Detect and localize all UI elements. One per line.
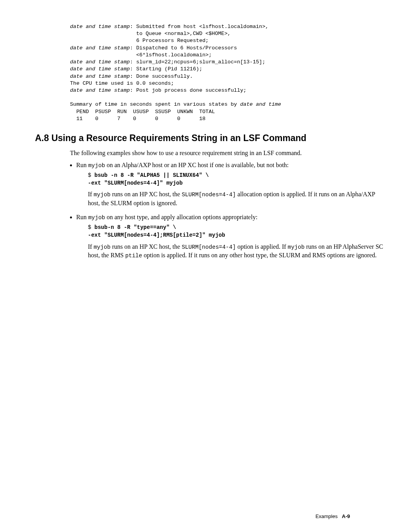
section-heading: A.8 Using a Resource Requirements String…	[35, 132, 385, 144]
page-footer: Examples A-9	[315, 513, 350, 520]
intro-paragraph: The following examples show how to use a…	[70, 149, 385, 157]
example-list: Run myjob on an Alpha/AXP host or an HP …	[69, 161, 385, 260]
explanation-paragraph: If myjob runs on an HP XC host, the SLUR…	[88, 243, 385, 260]
command-block: $ bsub-n 8 -R "type==any" \ -ext "SLURM[…	[88, 224, 385, 239]
bullet-text: Run myjob on any host type, and apply al…	[76, 214, 257, 220]
terminal-output: date and time stamp: Submitted from host…	[70, 23, 385, 122]
footer-label: Examples	[315, 513, 338, 519]
explanation-paragraph: If myjob runs on an HP XC host, the SLUR…	[88, 190, 385, 208]
command-block: $ bsub -n 8 -R "ALPHA5 || SLINUX64" \ -e…	[88, 172, 385, 187]
bullet-text: Run myjob on an Alpha/AXP host or an HP …	[76, 162, 289, 168]
page-number: A-9	[342, 513, 350, 519]
list-item: Run myjob on any host type, and apply al…	[76, 213, 385, 260]
list-item: Run myjob on an Alpha/AXP host or an HP …	[76, 161, 385, 208]
